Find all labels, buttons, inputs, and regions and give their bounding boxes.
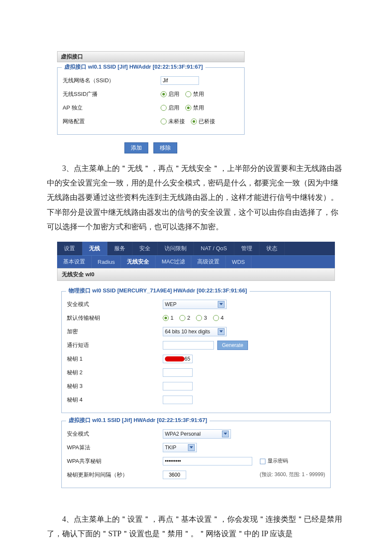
panel-header: 虚拟接口	[57, 51, 245, 62]
wireless-security-panel: 设置无线服务安全访问限制NAT / QoS管理状态 基本设置Radius无线安全…	[57, 242, 335, 495]
ap-isolation-label: AP 独立	[63, 104, 161, 112]
key2-radio[interactable]: 2	[179, 315, 190, 321]
generate-button[interactable]: Generate	[217, 341, 248, 350]
default-key-label: 默认传输秘钥	[67, 314, 163, 322]
key4-label: 秘钥 4	[67, 396, 163, 404]
secmode-label: 安全模式	[67, 301, 163, 308]
rekey-label: 秘钥更新时间间隔（秒）	[67, 471, 163, 479]
vif-fieldset: 虚拟接口 wl0.1 SSID [Jif] HWAddr [02:22:15:3…	[57, 67, 245, 135]
key2-input[interactable]	[163, 368, 193, 377]
broadcast-enable-radio[interactable]: 启用	[161, 90, 179, 98]
chevron-down-icon	[218, 328, 225, 335]
key4-input[interactable]	[163, 396, 193, 404]
wpa-psk-input[interactable]	[163, 457, 252, 465]
main-tab-bar: 设置无线服务安全访问限制NAT / QoS管理状态	[57, 242, 335, 255]
ssid-label: 无线网络名（SSID）	[63, 77, 161, 84]
broadcast-label: 无线SSID广播	[63, 90, 161, 98]
apiso-enable-radio[interactable]: 启用	[161, 104, 179, 112]
rekey-input[interactable]	[163, 471, 186, 479]
virt-secmode-select[interactable]: WPA2 Personal	[163, 429, 231, 439]
netcfg-bridged-radio[interactable]: 已桥接	[191, 118, 215, 125]
section-title: 无线安全 wl0	[57, 268, 335, 281]
main-tab-管理[interactable]: 管理	[234, 242, 259, 255]
wpa-algo-value: TKIP	[165, 445, 176, 451]
add-button[interactable]: 添加	[124, 142, 148, 153]
passphrase-input[interactable]	[163, 341, 214, 350]
virt-legend: 虚拟接口 wl0.1 SSID [Jif] HWAddr [02:22:15:3…	[66, 417, 210, 423]
chevron-down-icon	[218, 301, 225, 308]
virt-secmode-value: WPA2 Personal	[165, 431, 201, 437]
main-tab-服务[interactable]: 服务	[107, 242, 133, 255]
wpa-algo-select[interactable]: TKIP	[163, 443, 197, 452]
sub-tab-Radius[interactable]: Radius	[92, 256, 121, 268]
key1-input[interactable]: 65	[163, 355, 193, 363]
key1-radio[interactable]: 1	[163, 315, 173, 321]
enable-label: 启用	[168, 90, 179, 98]
instruction-step-4: 4、点主菜单上的＂设置＂，再点＂基本设置＂，你会发现＂连接类型＂已经是禁用了，确…	[47, 512, 345, 541]
phys-legend: 物理接口 wl0 SSID [MERCURY_71A9E4] HWAddr [0…	[66, 288, 250, 294]
key4-radio[interactable]: 4	[213, 315, 224, 321]
broadcast-disable-radio[interactable]: 禁用	[185, 90, 204, 98]
passphrase-label: 通行短语	[67, 341, 163, 349]
sub-tab-MAC过滤[interactable]: MAC过滤	[156, 256, 191, 268]
vif-legend: 虚拟接口 wl0.1 SSID [Jif] HWAddr [02:22:15:3…	[62, 64, 205, 70]
virtual-interface-security-fieldset: 虚拟接口 wl0.1 SSID [Jif] HWAddr [02:22:15:3…	[61, 421, 331, 488]
disable-label: 禁用	[193, 90, 204, 98]
encryption-value: 64 bits 10 hex digits	[165, 329, 210, 335]
secmode-value: WEP	[165, 301, 176, 307]
sub-tab-高级设置[interactable]: 高级设置	[191, 256, 226, 268]
key3-radio[interactable]: 3	[196, 315, 207, 321]
instruction-step-3: 3、点主菜单上的＂无线＂，再点＂无线安全＂，上半部分的设置要和主无线路由器中的安…	[47, 161, 345, 234]
sub-tab-WDS[interactable]: WDS	[226, 256, 251, 268]
main-tab-无线[interactable]: 无线	[82, 242, 107, 255]
netcfg-unbridged-radio[interactable]: 未桥接	[161, 118, 185, 125]
sub-tab-基本设置[interactable]: 基本设置	[57, 256, 92, 268]
redacted-icon	[165, 356, 184, 361]
ssid-input[interactable]	[161, 76, 199, 85]
sub-tab-无线安全[interactable]: 无线安全	[121, 256, 156, 268]
virtual-interface-panel: 虚拟接口 虚拟接口 wl0.1 SSID [Jif] HWAddr [02:22…	[57, 51, 245, 153]
wpa-psk-label: WPA共享秘钥	[67, 457, 163, 465]
chevron-down-icon	[222, 431, 229, 437]
physical-interface-fieldset: 物理接口 wl0 SSID [MERCURY_71A9E4] HWAddr [0…	[61, 291, 331, 413]
rekey-hint: (预设: 3600, 范围: 1 - 99999)	[260, 471, 325, 478]
remove-button[interactable]: 移除	[153, 142, 177, 153]
sub-tab-bar: 基本设置Radius无线安全MAC过滤高级设置WDS	[57, 255, 335, 268]
key3-label: 秘钥 3	[67, 382, 163, 390]
key2-label: 秘钥 2	[67, 369, 163, 376]
chevron-down-icon	[188, 444, 195, 451]
key3-input[interactable]	[163, 382, 193, 390]
main-tab-访问限制[interactable]: 访问限制	[158, 242, 194, 255]
secmode-select[interactable]: WEP	[163, 300, 227, 309]
virt-secmode-label: 安全模式	[67, 430, 163, 438]
wpa-algo-label: WPA算法	[67, 444, 163, 451]
encryption-label: 加密	[67, 328, 163, 335]
main-tab-NAT / QoS[interactable]: NAT / QoS	[194, 242, 234, 255]
key1-label: 秘钥 1	[67, 355, 163, 363]
main-tab-安全[interactable]: 安全	[133, 242, 158, 255]
netcfg-label: 网络配置	[63, 118, 161, 125]
apiso-disable-radio[interactable]: 禁用	[185, 104, 204, 112]
encryption-select[interactable]: 64 bits 10 hex digits	[163, 327, 227, 336]
main-tab-设置[interactable]: 设置	[57, 242, 82, 255]
main-tab-状态[interactable]: 状态	[259, 242, 285, 255]
show-password-checkbox[interactable]: 显示密码	[260, 457, 288, 465]
